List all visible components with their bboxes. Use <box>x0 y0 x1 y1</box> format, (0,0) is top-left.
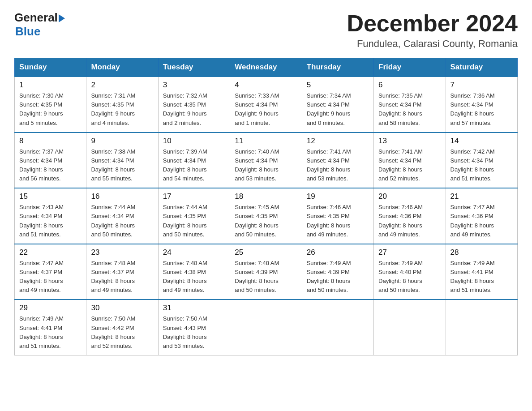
calendar-header-row: SundayMondayTuesdayWednesdayThursdayFrid… <box>15 58 518 77</box>
calendar-week-row: 8 Sunrise: 7:37 AMSunset: 4:34 PMDayligh… <box>15 133 518 188</box>
day-number: 19 <box>307 192 369 201</box>
calendar-cell: 18 Sunrise: 7:45 AMSunset: 4:35 PMDaylig… <box>230 188 302 244</box>
day-header-monday: Monday <box>86 58 158 77</box>
day-header-thursday: Thursday <box>302 58 373 77</box>
day-number: 23 <box>91 248 153 257</box>
calendar-week-row: 15 Sunrise: 7:43 AMSunset: 4:34 PMDaylig… <box>15 188 518 244</box>
day-header-friday: Friday <box>374 58 446 77</box>
day-number: 8 <box>19 137 82 146</box>
calendar-cell: 8 Sunrise: 7:37 AMSunset: 4:34 PMDayligh… <box>15 133 86 188</box>
day-info: Sunrise: 7:31 AMSunset: 4:35 PMDaylight:… <box>91 92 135 126</box>
day-info: Sunrise: 7:44 AMSunset: 4:34 PMDaylight:… <box>91 204 135 237</box>
day-number: 27 <box>378 248 441 257</box>
page-header: General Blue December 2024 Fundulea, Cal… <box>14 11 518 50</box>
day-number: 20 <box>378 192 441 201</box>
day-number: 17 <box>163 192 225 201</box>
day-header-wednesday: Wednesday <box>230 58 302 77</box>
day-header-saturday: Saturday <box>446 58 517 77</box>
day-number: 30 <box>91 304 153 313</box>
day-number: 3 <box>163 81 225 90</box>
calendar-cell: 10 Sunrise: 7:39 AMSunset: 4:34 PMDaylig… <box>158 133 230 188</box>
day-number: 15 <box>19 192 82 201</box>
calendar-cell: 13 Sunrise: 7:41 AMSunset: 4:34 PMDaylig… <box>374 133 446 188</box>
calendar-cell: 1 Sunrise: 7:30 AMSunset: 4:35 PMDayligh… <box>15 77 86 133</box>
day-info: Sunrise: 7:35 AMSunset: 4:34 PMDaylight:… <box>378 92 423 126</box>
day-info: Sunrise: 7:48 AMSunset: 4:38 PMDaylight:… <box>163 260 207 293</box>
day-number: 29 <box>19 304 82 313</box>
calendar-subtitle: Fundulea, Calarasi County, Romania <box>347 38 518 50</box>
day-info: Sunrise: 7:44 AMSunset: 4:35 PMDaylight:… <box>163 204 207 237</box>
day-header-tuesday: Tuesday <box>158 58 230 77</box>
calendar-cell: 9 Sunrise: 7:38 AMSunset: 4:34 PMDayligh… <box>86 133 158 188</box>
day-number: 14 <box>450 137 513 146</box>
day-info: Sunrise: 7:43 AMSunset: 4:34 PMDaylight:… <box>19 204 64 237</box>
calendar-cell: 5 Sunrise: 7:34 AMSunset: 4:34 PMDayligh… <box>302 77 373 133</box>
calendar-week-row: 29 Sunrise: 7:49 AMSunset: 4:41 PMDaylig… <box>15 300 518 355</box>
day-info: Sunrise: 7:49 AMSunset: 4:41 PMDaylight:… <box>19 315 64 349</box>
calendar-cell: 17 Sunrise: 7:44 AMSunset: 4:35 PMDaylig… <box>158 188 230 244</box>
day-number: 4 <box>235 81 297 90</box>
day-number: 7 <box>450 81 513 90</box>
day-number: 24 <box>163 248 225 257</box>
calendar-cell: 23 Sunrise: 7:48 AMSunset: 4:37 PMDaylig… <box>86 244 158 300</box>
day-info: Sunrise: 7:50 AMSunset: 4:42 PMDaylight:… <box>91 315 135 349</box>
day-number: 25 <box>235 248 297 257</box>
calendar-cell: 16 Sunrise: 7:44 AMSunset: 4:34 PMDaylig… <box>86 188 158 244</box>
logo-arrow-icon <box>59 14 65 22</box>
calendar-cell <box>446 300 517 355</box>
day-info: Sunrise: 7:32 AMSunset: 4:35 PMDaylight:… <box>163 92 207 126</box>
day-info: Sunrise: 7:30 AMSunset: 4:35 PMDaylight:… <box>19 92 64 126</box>
day-info: Sunrise: 7:49 AMSunset: 4:39 PMDaylight:… <box>307 260 351 293</box>
day-info: Sunrise: 7:49 AMSunset: 4:41 PMDaylight:… <box>450 260 495 293</box>
calendar-cell: 6 Sunrise: 7:35 AMSunset: 4:34 PMDayligh… <box>374 77 446 133</box>
logo-blue-text: Blue <box>15 25 40 39</box>
calendar-cell: 26 Sunrise: 7:49 AMSunset: 4:39 PMDaylig… <box>302 244 373 300</box>
calendar-cell: 29 Sunrise: 7:49 AMSunset: 4:41 PMDaylig… <box>15 300 86 355</box>
day-number: 9 <box>91 137 153 146</box>
calendar-cell: 20 Sunrise: 7:46 AMSunset: 4:36 PMDaylig… <box>374 188 446 244</box>
day-info: Sunrise: 7:48 AMSunset: 4:39 PMDaylight:… <box>235 260 279 293</box>
day-number: 5 <box>307 81 369 90</box>
day-number: 6 <box>378 81 441 90</box>
calendar-cell <box>374 300 446 355</box>
logo-general-text: General <box>14 11 58 25</box>
calendar-cell: 21 Sunrise: 7:47 AMSunset: 4:36 PMDaylig… <box>446 188 517 244</box>
day-number: 13 <box>378 137 441 146</box>
day-info: Sunrise: 7:47 AMSunset: 4:36 PMDaylight:… <box>450 204 495 237</box>
calendar-week-row: 22 Sunrise: 7:47 AMSunset: 4:37 PMDaylig… <box>15 244 518 300</box>
day-number: 18 <box>235 192 297 201</box>
day-info: Sunrise: 7:46 AMSunset: 4:35 PMDaylight:… <box>307 204 351 237</box>
day-number: 21 <box>450 192 513 201</box>
calendar-cell: 15 Sunrise: 7:43 AMSunset: 4:34 PMDaylig… <box>15 188 86 244</box>
calendar-cell: 4 Sunrise: 7:33 AMSunset: 4:34 PMDayligh… <box>230 77 302 133</box>
day-number: 12 <box>307 137 369 146</box>
day-number: 16 <box>91 192 153 201</box>
day-info: Sunrise: 7:33 AMSunset: 4:34 PMDaylight:… <box>235 92 279 126</box>
day-info: Sunrise: 7:49 AMSunset: 4:40 PMDaylight:… <box>378 260 423 293</box>
calendar-cell: 28 Sunrise: 7:49 AMSunset: 4:41 PMDaylig… <box>446 244 517 300</box>
logo: General Blue <box>14 11 65 39</box>
day-info: Sunrise: 7:46 AMSunset: 4:36 PMDaylight:… <box>378 204 423 237</box>
calendar-cell: 22 Sunrise: 7:47 AMSunset: 4:37 PMDaylig… <box>15 244 86 300</box>
calendar-cell: 7 Sunrise: 7:36 AMSunset: 4:34 PMDayligh… <box>446 77 517 133</box>
calendar-cell: 24 Sunrise: 7:48 AMSunset: 4:38 PMDaylig… <box>158 244 230 300</box>
title-block: December 2024 Fundulea, Calarasi County,… <box>347 11 518 50</box>
day-info: Sunrise: 7:50 AMSunset: 4:43 PMDaylight:… <box>163 315 207 349</box>
calendar-cell: 25 Sunrise: 7:48 AMSunset: 4:39 PMDaylig… <box>230 244 302 300</box>
day-info: Sunrise: 7:39 AMSunset: 4:34 PMDaylight:… <box>163 148 207 182</box>
calendar-table: SundayMondayTuesdayWednesdayThursdayFrid… <box>14 58 518 355</box>
calendar-week-row: 1 Sunrise: 7:30 AMSunset: 4:35 PMDayligh… <box>15 77 518 133</box>
day-info: Sunrise: 7:34 AMSunset: 4:34 PMDaylight:… <box>307 92 351 126</box>
day-number: 11 <box>235 137 297 146</box>
calendar-cell: 31 Sunrise: 7:50 AMSunset: 4:43 PMDaylig… <box>158 300 230 355</box>
day-number: 28 <box>450 248 513 257</box>
day-number: 26 <box>307 248 369 257</box>
day-info: Sunrise: 7:36 AMSunset: 4:34 PMDaylight:… <box>450 92 495 126</box>
calendar-cell: 14 Sunrise: 7:42 AMSunset: 4:34 PMDaylig… <box>446 133 517 188</box>
day-number: 10 <box>163 137 225 146</box>
day-info: Sunrise: 7:48 AMSunset: 4:37 PMDaylight:… <box>91 260 135 293</box>
calendar-cell <box>302 300 373 355</box>
calendar-cell: 19 Sunrise: 7:46 AMSunset: 4:35 PMDaylig… <box>302 188 373 244</box>
day-number: 2 <box>91 81 153 90</box>
day-info: Sunrise: 7:45 AMSunset: 4:35 PMDaylight:… <box>235 204 279 237</box>
